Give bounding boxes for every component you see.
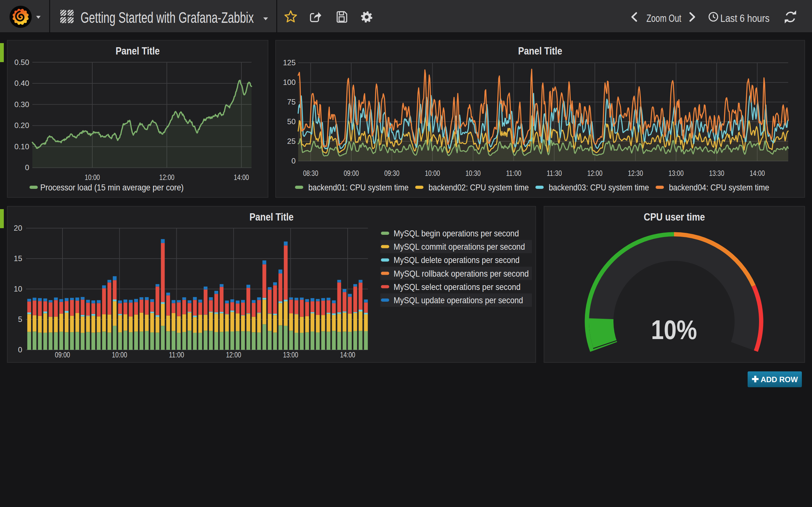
svg-text:0.10: 0.10 bbox=[14, 142, 29, 151]
svg-text:10: 10 bbox=[14, 285, 22, 293]
svg-text:0: 0 bbox=[18, 345, 22, 354]
svg-text:MySQL select operations per se: MySQL select operations per second bbox=[394, 282, 520, 292]
svg-text:13:00: 13:00 bbox=[283, 350, 298, 359]
svg-text:backend04: CPU system time: backend04: CPU system time bbox=[669, 182, 769, 192]
svg-text:11:00: 11:00 bbox=[169, 350, 184, 359]
svg-text:14:00: 14:00 bbox=[340, 350, 355, 359]
svg-text:10:00: 10:00 bbox=[425, 169, 440, 177]
svg-text:11:00: 11:00 bbox=[506, 169, 521, 177]
svg-text:08:30: 08:30 bbox=[303, 169, 318, 177]
svg-text:12:00: 12:00 bbox=[226, 350, 241, 359]
svg-text:09:30: 09:30 bbox=[384, 169, 399, 177]
svg-text:10:30: 10:30 bbox=[465, 169, 480, 177]
svg-text:MySQL rollback operations per: MySQL rollback operations per second bbox=[394, 269, 529, 279]
svg-text:Getting Started with Grafana-Z: Getting Started with Grafana-Zabbix bbox=[81, 9, 254, 26]
svg-text:Zoom Out: Zoom Out bbox=[647, 12, 681, 24]
svg-text:Panel Title: Panel Title bbox=[250, 211, 294, 223]
svg-text:20: 20 bbox=[14, 224, 22, 232]
svg-text:5: 5 bbox=[18, 315, 22, 324]
svg-text:100: 100 bbox=[283, 78, 296, 87]
svg-text:09:00: 09:00 bbox=[344, 169, 359, 177]
svg-text:Panel Title: Panel Title bbox=[518, 45, 562, 57]
svg-text:Processor load (15 min average: Processor load (15 min average per core) bbox=[40, 182, 184, 192]
svg-text:backend01: CPU system time: backend01: CPU system time bbox=[308, 182, 409, 192]
svg-text:MySQL commit operations per se: MySQL commit operations per second bbox=[394, 242, 525, 251]
svg-text:0.20: 0.20 bbox=[14, 121, 29, 130]
svg-text:10%: 10% bbox=[651, 314, 697, 345]
svg-text:0: 0 bbox=[292, 157, 296, 165]
svg-text:12:30: 12:30 bbox=[628, 169, 643, 177]
svg-text:15: 15 bbox=[14, 254, 22, 263]
svg-text:MySQL begin operations per sec: MySQL begin operations per second bbox=[394, 228, 519, 238]
svg-text:10:00: 10:00 bbox=[85, 173, 100, 181]
svg-text:75: 75 bbox=[287, 98, 296, 106]
svg-text:MySQL delete operations per se: MySQL delete operations per second bbox=[394, 255, 519, 265]
svg-text:13:30: 13:30 bbox=[709, 169, 724, 177]
svg-text:backend02: CPU system time: backend02: CPU system time bbox=[428, 182, 529, 192]
svg-text:50: 50 bbox=[287, 117, 296, 126]
svg-text:09:00: 09:00 bbox=[55, 350, 70, 359]
svg-text:backend03: CPU system time: backend03: CPU system time bbox=[549, 182, 649, 192]
svg-text:0: 0 bbox=[25, 163, 29, 172]
svg-text:11:30: 11:30 bbox=[547, 169, 562, 177]
svg-text:13:00: 13:00 bbox=[668, 169, 683, 177]
svg-text:14:00: 14:00 bbox=[234, 173, 249, 181]
svg-text:10:00: 10:00 bbox=[112, 350, 127, 359]
svg-text:12:00: 12:00 bbox=[159, 173, 174, 181]
svg-text:Panel Title: Panel Title bbox=[116, 45, 160, 57]
svg-text:12:00: 12:00 bbox=[587, 169, 602, 177]
svg-text:0.30: 0.30 bbox=[14, 100, 29, 109]
svg-text:125: 125 bbox=[283, 58, 296, 67]
svg-text:14:00: 14:00 bbox=[750, 169, 765, 177]
svg-text:CPU user time: CPU user time bbox=[644, 211, 705, 223]
svg-text:MySQL update operations per se: MySQL update operations per second bbox=[394, 295, 523, 305]
svg-text:0.50: 0.50 bbox=[14, 58, 29, 66]
svg-text:Last 6 hours: Last 6 hours bbox=[720, 12, 769, 24]
svg-text:25: 25 bbox=[287, 137, 296, 146]
svg-text:0.40: 0.40 bbox=[14, 79, 29, 88]
